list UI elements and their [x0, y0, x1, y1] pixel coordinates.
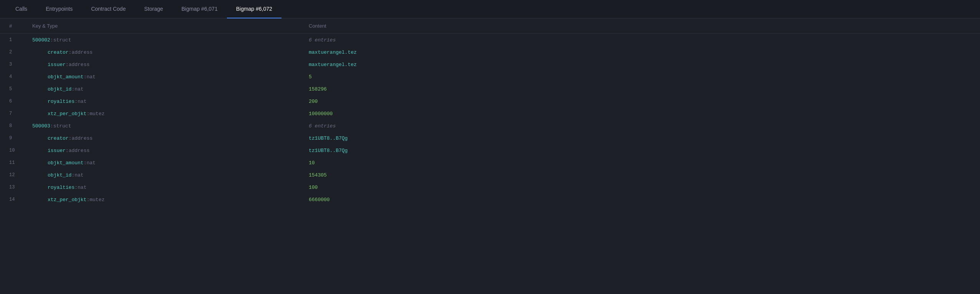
key-cell: creator: address: [32, 50, 309, 55]
table-row: 14xtz_per_objkt: mutez6660000: [0, 193, 980, 206]
tab-bigmap-6072[interactable]: Bigmap #6,072: [227, 0, 281, 18]
key-cell: issuer: address: [32, 148, 309, 154]
value-cell: 6 entries: [309, 123, 971, 129]
key-type: address: [71, 135, 93, 141]
key-name: objkt_id: [48, 86, 71, 92]
key-cell: xtz_per_objkt: mutez: [32, 197, 309, 203]
col-header-num: #: [9, 23, 32, 29]
tab-storage[interactable]: Storage: [135, 0, 172, 18]
row-number: 10: [9, 148, 32, 153]
table-row: 8500003: struct6 entries: [0, 120, 980, 132]
key-type: nat: [86, 74, 95, 80]
table-row: 3issuer: addressmaxtuerangel.tez: [0, 58, 980, 71]
table-row: 6royalties: nat200: [0, 95, 980, 107]
value-cell: 154305: [309, 172, 971, 178]
row-number: 3: [9, 62, 32, 67]
key-cell: objkt_id: nat: [32, 172, 309, 178]
key-name: 500003: [32, 123, 50, 129]
value-cell: 10000000: [309, 111, 971, 117]
value-cell: 6660000: [309, 197, 971, 203]
key-type: struct: [53, 123, 71, 129]
row-number: 8: [9, 123, 32, 129]
value-cell: tz1UBT8..B7Qg: [309, 148, 971, 154]
key-cell: 500002: struct: [32, 37, 309, 43]
value-cell: 200: [309, 99, 971, 104]
key-type: struct: [53, 37, 71, 43]
row-number: 2: [9, 50, 32, 55]
table-body: 1500002: struct6 entries2creator: addres…: [0, 34, 980, 206]
key-cell: royalties: nat: [32, 185, 309, 190]
key-type: mutez: [89, 197, 104, 203]
value-cell: 10: [309, 160, 971, 166]
key-name: royalties: [48, 99, 74, 104]
key-name: issuer: [48, 148, 66, 154]
key-name: objkt_amount: [48, 160, 84, 166]
key-name: creator: [48, 135, 69, 141]
key-name: objkt_id: [48, 172, 71, 178]
row-number: 12: [9, 172, 32, 178]
tab-calls[interactable]: Calls: [6, 0, 36, 18]
tab-contract-code[interactable]: Contract Code: [82, 0, 135, 18]
key-name: 500002: [32, 37, 50, 43]
table-row: 11objkt_amount: nat10: [0, 157, 980, 169]
key-cell: issuer: address: [32, 62, 309, 68]
value-cell: 5: [309, 74, 971, 80]
table-row: 9creator: addresstz1UBT8..B7Qg: [0, 132, 980, 144]
row-number: 9: [9, 135, 32, 141]
table-row: 7xtz_per_objkt: mutez10000000: [0, 107, 980, 120]
key-name: creator: [48, 50, 69, 55]
key-cell: 500003: struct: [32, 123, 309, 129]
table-row: 10issuer: addresstz1UBT8..B7Qg: [0, 144, 980, 157]
value-cell: 100: [309, 185, 971, 190]
key-cell: objkt_amount: nat: [32, 74, 309, 80]
key-cell: royalties: nat: [32, 99, 309, 104]
content-area: # Key & Type Content 1500002: struct6 en…: [0, 18, 980, 206]
key-type: address: [69, 148, 90, 154]
tab-entrypoints[interactable]: Entrypoints: [36, 0, 82, 18]
table-row: 4objkt_amount: nat5: [0, 71, 980, 83]
value-cell: tz1UBT8..B7Qg: [309, 135, 971, 141]
key-cell: xtz_per_objkt: mutez: [32, 111, 309, 117]
table-row: 5objkt_id: nat158296: [0, 83, 980, 95]
key-type: nat: [78, 185, 86, 190]
table-header: # Key & Type Content: [0, 18, 980, 34]
key-cell: objkt_amount: nat: [32, 160, 309, 166]
row-number: 4: [9, 74, 32, 79]
key-type: address: [69, 62, 90, 68]
key-name: xtz_per_objkt: [48, 111, 86, 117]
key-cell: creator: address: [32, 135, 309, 141]
row-number: 14: [9, 197, 32, 202]
value-cell: maxtuerangel.tez: [309, 50, 971, 55]
tabs-bar: CallsEntrypointsContract CodeStorageBigm…: [0, 0, 980, 18]
key-name: xtz_per_objkt: [48, 197, 86, 203]
row-number: 13: [9, 185, 32, 190]
col-header-content: Content: [309, 23, 971, 29]
row-number: 1: [9, 37, 32, 43]
row-number: 7: [9, 111, 32, 116]
key-type: nat: [74, 172, 83, 178]
table-row: 12objkt_id: nat154305: [0, 169, 980, 181]
key-name: objkt_amount: [48, 74, 84, 80]
value-cell: 6 entries: [309, 37, 971, 43]
table-row: 2creator: addressmaxtuerangel.tez: [0, 46, 980, 58]
col-header-key: Key & Type: [32, 23, 309, 29]
tab-bigmap-6071[interactable]: Bigmap #6,071: [172, 0, 227, 18]
key-type: nat: [86, 160, 95, 166]
row-number: 6: [9, 99, 32, 104]
value-cell: maxtuerangel.tez: [309, 62, 971, 68]
key-cell: objkt_id: nat: [32, 86, 309, 92]
table-row: 13royalties: nat100: [0, 181, 980, 193]
key-type: mutez: [89, 111, 104, 117]
row-number: 11: [9, 160, 32, 165]
key-name: royalties: [48, 185, 74, 190]
key-name: issuer: [48, 62, 66, 68]
key-type: address: [71, 50, 93, 55]
key-type: nat: [74, 86, 83, 92]
value-cell: 158296: [309, 86, 971, 92]
key-type: nat: [78, 99, 86, 104]
table-row: 1500002: struct6 entries: [0, 34, 980, 46]
row-number: 5: [9, 86, 32, 92]
